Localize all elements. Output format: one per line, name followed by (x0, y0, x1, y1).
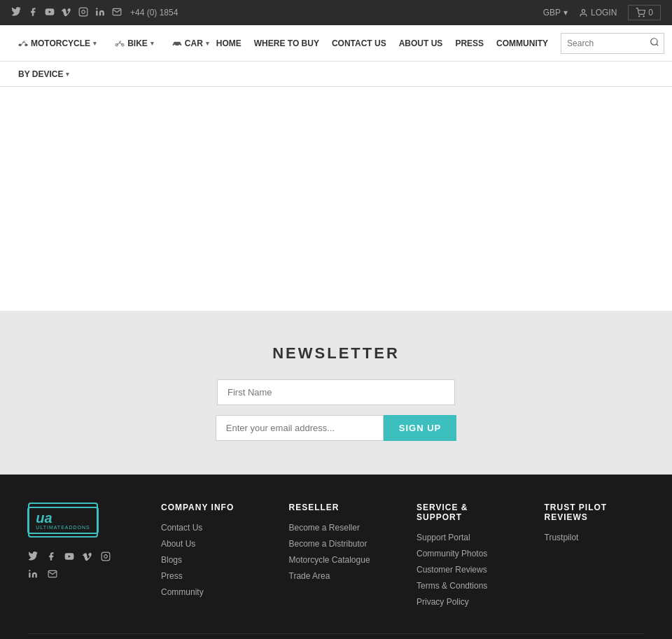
footer-col-service: SERVICE & SUPPORT Support Portal Communi… (416, 503, 517, 612)
footer-service-title: SERVICE & SUPPORT (416, 503, 517, 522)
footer-bottom-social (28, 569, 133, 581)
footer-youtube-icon[interactable] (64, 552, 74, 563)
vimeo-icon[interactable] (62, 7, 71, 19)
about-us-link[interactable]: ABOUT US (399, 38, 443, 48)
list-item: Blogs (161, 554, 261, 565)
logo-ua-box: ua ULTIMATEADDONS (27, 507, 99, 534)
svg-rect-17 (102, 552, 110, 561)
become-reseller-link[interactable]: Become a Reseller (289, 523, 360, 533)
svg-point-6 (639, 16, 640, 17)
footer-service-list: Support Portal Community Photos Customer… (416, 532, 517, 607)
svg-point-9 (24, 43, 27, 46)
where-to-buy-link[interactable]: WHERE TO BUY (254, 38, 319, 48)
list-item: Support Portal (416, 532, 517, 542)
list-item: About Us (161, 538, 261, 549)
list-item: Customer Reviews (416, 564, 517, 575)
list-item: Motorcycle Catalogue (289, 554, 389, 565)
instagram-icon[interactable] (78, 7, 88, 19)
top-bar: +44 (0) 1854 GBP ▾ LOGIN 0 (0, 0, 672, 25)
footer-vimeo-icon[interactable] (83, 552, 92, 563)
search-box (561, 33, 664, 54)
motorcycle-chevron: ▾ (93, 40, 97, 47)
terms-link[interactable]: Terms & Condtions (416, 581, 487, 591)
footer-facebook-icon[interactable] (46, 552, 56, 563)
svg-point-5 (582, 9, 584, 12)
facebook-icon[interactable] (28, 7, 38, 19)
list-item: Press (161, 570, 261, 581)
newsletter-email-row: SIGN UP (216, 415, 456, 441)
bike-chevron: ▾ (150, 40, 154, 47)
login-button[interactable]: LOGIN (579, 8, 617, 17)
email-input[interactable] (216, 415, 384, 441)
community-link[interactable]: COMMUNITY (496, 38, 548, 48)
top-bar-social (11, 7, 122, 19)
about-us-footer-link[interactable]: About Us (161, 539, 195, 549)
list-item: Trustpilot (545, 532, 645, 542)
motorcycle-catalogue-link[interactable]: Motorcycle Catalogue (289, 555, 370, 565)
email-icon[interactable] (112, 7, 122, 19)
cart-button[interactable]: 0 (628, 5, 661, 20)
svg-point-7 (643, 16, 644, 17)
top-bar-left: +44 (0) 1854 (11, 7, 178, 19)
by-device-nav[interactable]: BY DEVICE ▾ (11, 69, 76, 79)
svg-point-20 (29, 570, 30, 571)
footer-email-icon[interactable] (48, 569, 57, 581)
support-portal-link[interactable]: Support Portal (416, 533, 470, 542)
main-content (0, 87, 672, 311)
footer-linkedin-icon[interactable] (28, 569, 38, 581)
contact-us-footer-link[interactable]: Contact Us (161, 523, 202, 533)
footer-col-trustpilot: TRUST PILOT REVIEWS Trustpilot (545, 503, 645, 612)
sub-nav: BY DEVICE ▾ (0, 62, 672, 87)
linkedin-icon[interactable] (95, 7, 105, 19)
footer-social-icons (28, 552, 133, 563)
press-footer-link[interactable]: Press (161, 571, 183, 581)
newsletter-form: SIGN UP (14, 379, 658, 441)
bike-nav[interactable]: BIKE ▾ (108, 38, 161, 48)
footer-col-company: COMPANY INFO Contact Us About Us Blogs P… (161, 503, 261, 612)
svg-rect-19 (29, 573, 30, 577)
nav-left: MOTORCYCLE ▾ BIKE ▾ CAR ▾ (11, 38, 216, 48)
list-item: Community (161, 587, 261, 597)
trustpilot-link[interactable]: Trustpilot (545, 533, 579, 542)
footer-col-reseller: RESELLER Become a Reseller Become a Dist… (289, 503, 389, 612)
list-item: Become a Reseller (289, 522, 389, 533)
footer-trustpilot-title: TRUST PILOT REVIEWS (545, 503, 645, 522)
community-footer-link[interactable]: Community (161, 587, 204, 597)
list-item: Terms & Condtions (416, 580, 517, 591)
list-item: Trade Area (289, 570, 389, 581)
home-link[interactable]: HOME (216, 38, 241, 48)
footer-company-title: COMPANY INFO (161, 503, 261, 512)
list-item: Become a Distributor (289, 538, 389, 549)
list-item: Contact Us (161, 522, 261, 533)
footer-reseller-list: Become a Reseller Become a Distributor M… (289, 522, 389, 581)
svg-rect-1 (79, 8, 88, 16)
footer-twitter-icon[interactable] (28, 552, 38, 563)
svg-point-8 (18, 43, 21, 46)
signup-button[interactable]: SIGN UP (384, 415, 456, 441)
blogs-footer-link[interactable]: Blogs (161, 555, 182, 565)
svg-rect-3 (96, 10, 97, 15)
first-name-input[interactable] (217, 379, 455, 405)
privacy-policy-link[interactable]: Privacy Policy (416, 597, 469, 607)
footer-top: ua ULTIMATEADDONS (28, 503, 644, 633)
by-device-chevron: ▾ (66, 71, 69, 78)
list-item: Privacy Policy (416, 596, 517, 607)
svg-point-4 (96, 8, 97, 9)
youtube-icon[interactable] (45, 7, 55, 19)
become-distributor-link[interactable]: Become a Distributor (289, 539, 368, 549)
community-photos-link[interactable]: Community Photos (416, 549, 487, 559)
footer-trustpilot-list: Trustpilot (545, 532, 645, 542)
currency-selector[interactable]: GBP ▾ (543, 8, 568, 17)
car-nav[interactable]: CAR ▾ (165, 38, 216, 48)
customer-reviews-link[interactable]: Customer Reviews (416, 565, 487, 575)
footer-instagram-icon[interactable] (101, 552, 111, 563)
search-button[interactable] (645, 37, 664, 49)
contact-us-link[interactable]: CONTACT US (332, 38, 386, 48)
motorcycle-nav[interactable]: MOTORCYCLE ▾ (11, 38, 104, 48)
search-input[interactable] (561, 38, 645, 48)
list-item: Community Photos (416, 548, 517, 559)
trade-area-link[interactable]: Trade Area (289, 571, 330, 581)
press-link[interactable]: PRESS (455, 38, 484, 48)
twitter-icon[interactable] (11, 7, 21, 19)
top-bar-right: GBP ▾ LOGIN 0 (543, 5, 661, 20)
